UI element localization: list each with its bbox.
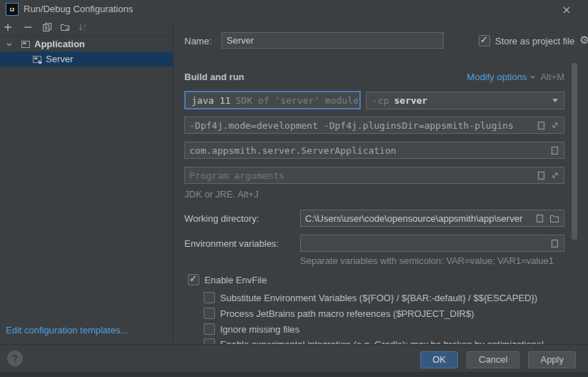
footer-bar: ? OK Cancel Apply <box>0 345 588 372</box>
run-debug-configurations-dialog: IJ Run/Debug Configurations <box>0 0 588 377</box>
environment-variables-label: Environment variables: <box>184 238 279 249</box>
chevron-down-icon <box>529 74 536 80</box>
run-configuration-icon <box>31 54 43 65</box>
close-button[interactable] <box>560 4 573 16</box>
help-button[interactable]: ? <box>7 351 23 366</box>
tree-item-server[interactable]: Server <box>0 52 173 67</box>
classpath-module-combo[interactable]: -cp server <box>366 92 564 109</box>
expand-field-icon[interactable] <box>551 121 559 129</box>
vm-options-field[interactable]: -Dpf4j.mode=development -Dpf4j.pluginsDi… <box>184 117 564 134</box>
apply-button[interactable]: Apply <box>528 351 576 368</box>
jre-hint: JDK or JRE. Alt+J <box>184 189 259 200</box>
build-and-run-title: Build and run <box>184 72 244 82</box>
ignore-missing-files-row: Ignore missing files <box>204 323 299 335</box>
insert-macros-icon[interactable] <box>537 171 546 180</box>
background-window-strip <box>0 372 588 377</box>
configurations-tree: Application Server <box>0 36 173 67</box>
minus-icon <box>24 23 32 31</box>
tree-item-application[interactable]: Application <box>0 36 173 52</box>
intellij-logo-icon: IJ <box>6 3 19 16</box>
process-path-macros-checkbox[interactable] <box>204 308 215 319</box>
combo-arrow-icon <box>359 99 361 102</box>
store-as-project-file-checkbox[interactable] <box>479 35 490 46</box>
title-bar: IJ Run/Debug Configurations <box>0 0 588 18</box>
process-path-macros-label: Process JetBrains path macro references … <box>220 308 474 319</box>
insert-macros-icon[interactable] <box>537 121 546 130</box>
sort-alphabetically-icon: a z <box>78 22 88 32</box>
insert-macros-icon[interactable] <box>550 146 559 155</box>
name-value: Server <box>226 35 254 46</box>
process-path-macros-row: Process JetBrains path macro references … <box>204 308 474 319</box>
tree-group-label: Application <box>34 39 85 49</box>
store-as-project-file-row: Store as project file ⚙ ▾ <box>479 35 588 46</box>
insert-macros-icon[interactable] <box>550 239 559 248</box>
name-label: Name: <box>184 36 211 46</box>
substitute-env-variables-checkbox[interactable] <box>204 292 215 303</box>
add-configuration-button[interactable] <box>2 21 14 33</box>
new-folder-icon <box>60 22 70 32</box>
main-class-field[interactable]: com.appsmith.server.ServerApplication <box>184 142 564 159</box>
enable-envfile-row: Enable EnvFile <box>188 274 266 285</box>
copy-configuration-button[interactable] <box>41 21 53 33</box>
sort-configurations-button[interactable]: a z <box>77 21 89 33</box>
chevron-down-icon[interactable] <box>6 41 13 48</box>
expand-field-icon[interactable] <box>551 171 559 180</box>
environment-variables-hint: Separate variables with semicolon: VAR=v… <box>300 255 554 266</box>
jre-combo[interactable]: java 11 SDK of 'server' module <box>184 91 361 109</box>
copy-icon <box>42 22 52 32</box>
combo-arrow-icon <box>552 99 558 102</box>
gear-icon: ⚙ <box>579 35 588 46</box>
environment-variables-field[interactable] <box>300 235 564 252</box>
sidebar-divider <box>173 18 174 343</box>
substitute-env-variables-label: Substitute Environment Variables (${FOO}… <box>220 293 537 303</box>
svg-text:z: z <box>84 27 86 31</box>
working-directory-label: Working directory: <box>184 213 259 224</box>
remove-configuration-button[interactable] <box>22 21 34 33</box>
new-folder-button[interactable] <box>59 21 71 33</box>
application-type-icon <box>20 39 31 50</box>
browse-folder-icon[interactable] <box>549 214 559 223</box>
svg-text:a: a <box>84 23 86 27</box>
enable-envfile-checkbox[interactable] <box>188 274 199 285</box>
tree-item-label: Server <box>46 54 73 64</box>
enable-envfile-label: Enable EnvFile <box>204 275 266 285</box>
modify-options-shortcut: Alt+M <box>540 72 564 82</box>
dialog-title: Run/Debug Configurations <box>24 4 133 14</box>
ok-button[interactable]: OK <box>420 351 458 368</box>
cancel-button[interactable]: Cancel <box>467 351 519 368</box>
edit-configuration-templates-link[interactable]: Edit configuration templates... <box>6 325 128 336</box>
question-icon: ? <box>12 353 19 364</box>
substitute-env-variables-row: Substitute Environment Variables (${FOO}… <box>204 292 537 303</box>
close-icon <box>562 6 571 14</box>
store-settings-button[interactable]: ⚙ ▾ <box>579 35 588 46</box>
configurations-toolbar: a z <box>0 18 173 36</box>
store-as-project-file-label: Store as project file <box>495 36 574 46</box>
modify-options-link[interactable]: Modify options <box>467 72 537 82</box>
ignore-missing-files-label: Ignore missing files <box>220 324 299 335</box>
vertical-scrollbar[interactable] <box>572 63 577 240</box>
ignore-missing-files-checkbox[interactable] <box>204 323 215 335</box>
program-arguments-field[interactable]: Program arguments <box>184 167 564 184</box>
plus-icon <box>4 23 12 31</box>
modify-options-area: Modify options Alt+M <box>467 72 564 82</box>
working-directory-field[interactable]: C:\Users\user\code\opensource\appsmith\a… <box>300 210 564 227</box>
insert-macros-icon[interactable] <box>535 214 544 223</box>
name-field[interactable]: Server <box>221 32 444 49</box>
